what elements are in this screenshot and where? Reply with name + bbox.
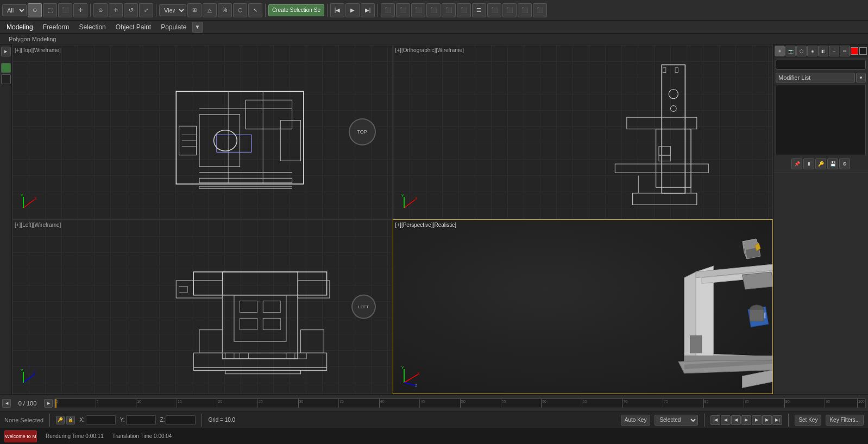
modifier-stack[interactable] [776,85,866,155]
pb-next-key-btn[interactable]: ▶ [762,415,772,425]
svg-rect-26 [632,193,696,205]
svg-text:Z: Z [33,371,36,375]
active-shade-btn[interactable]: ⬛ [426,3,441,17]
color-swatch-1[interactable] [1,63,11,73]
axis-indicator-top: X Y [18,194,37,213]
selected-dropdown[interactable]: Selected [655,415,698,426]
rendered-frame-btn[interactable]: ⬛ [411,3,425,17]
angle-snap[interactable]: △ [203,3,217,17]
mod-config-btn[interactable]: ⚙ [839,158,850,169]
object-name-input[interactable] [776,60,865,69]
menu-object-paint[interactable]: Object Paint [111,22,155,32]
region-select-btn[interactable]: ⬚ [43,3,57,17]
cube-gizmo[interactable] [734,233,764,264]
percent-snap[interactable]: % [218,3,232,17]
color-red[interactable] [851,47,858,55]
menu-extra-btn[interactable]: ▼ [192,22,203,33]
region-type-btn[interactable]: ⬛ [58,3,72,17]
render-frame-btn[interactable]: ⬛ [396,3,410,17]
lock-icon[interactable]: 🔒 [66,416,75,424]
y-input[interactable] [126,415,156,425]
z-input[interactable] [166,415,196,425]
keyframe-bar[interactable]: 0 5 10 15 20 25 30 35 40 45 50 55 60 65 … [54,398,866,408]
spinner-snap[interactable]: ⬡ [233,3,247,17]
tick-95: 95 [825,399,830,408]
rotate-tool[interactable]: ↺ [124,3,138,17]
welcome-text: Welcome to M [5,434,36,439]
render-setup-btn[interactable]: ⬛ [381,3,395,17]
rp-tab-mat[interactable]: ◧ [818,46,828,56]
svg-rect-44 [240,301,257,312]
color-clip-btn[interactable]: ⬛ [502,3,517,17]
ram-player-btn[interactable]: ⬛ [518,3,532,17]
svg-rect-32 [663,68,665,73]
menu-selection[interactable]: Selection [74,22,110,32]
transform-btn[interactable]: ✛ [73,3,87,17]
pb-prev-key-btn[interactable]: ◀ [721,415,731,425]
max-tools-btn[interactable]: ⬛ [533,3,547,17]
set-key-btn[interactable]: Set Key [795,415,821,426]
schematic-btn[interactable]: ⬛ [487,3,501,17]
create-selection-btn[interactable]: Create Selection Se [268,4,324,16]
rp-tab-pen[interactable]: ✏ [840,46,850,56]
viewport-perspective[interactable]: [+][Perspective][Realistic] [393,219,773,394]
select-tool[interactable]: ⊙ [93,3,108,17]
modifier-dropdown-btn[interactable]: ▼ [856,73,866,83]
rp-tab-light[interactable]: ◈ [807,46,817,56]
viewport-ortho[interactable]: [+][Orthographic][Wireframe] [393,45,773,219]
ts-next-btn[interactable]: ▶ [44,399,53,408]
key-filters-btn[interactable]: Key Filters... [826,415,864,426]
filter-dropdown[interactable]: All [2,4,27,16]
svg-point-30 [670,106,676,112]
x-input[interactable] [86,415,116,425]
material-editor-btn[interactable]: ⬛ [442,3,456,17]
left-ctrl-1[interactable]: ▶ [1,47,11,56]
rp-tab-geo[interactable]: ⬡ [796,46,807,56]
mod-pin-btn[interactable]: 📌 [791,158,802,169]
tick-100: 100 [857,399,865,408]
pb-prev-btn[interactable]: ◀ [731,415,741,425]
color-swatch-2[interactable] [1,74,11,84]
cursor-select[interactable]: ↖ [248,3,262,17]
svg-rect-48 [199,330,223,353]
pb-play-btn[interactable]: ▶ [741,415,751,425]
color-black[interactable] [859,47,867,55]
layer-manager-btn[interactable]: ☰ [472,3,486,17]
mod-key-btn[interactable]: 🔑 [815,158,826,169]
menu-freeform[interactable]: Freeform [39,22,74,32]
viewport-left[interactable]: [+][Left][Wireframe] LEFT [12,219,393,394]
right-panel: ☀ 📷 ⬡ ◈ ◧ ~ ✏ Modifier List ▼ [773,45,868,394]
move-tool[interactable]: ✛ [109,3,123,17]
menu-modeling[interactable]: Modeling [2,22,37,32]
mod-save-btn[interactable]: 💾 [827,158,838,169]
ts-prev-btn[interactable]: ◀ [2,399,11,408]
auto-key-btn[interactable]: Auto Key [621,415,651,426]
play-anim-btn[interactable]: ▶ [345,3,360,17]
frame-counter: 0 / 100 [12,400,42,407]
mod-pause-btn[interactable]: ⏸ [803,158,814,169]
viewport-top[interactable]: [+][Top][Wireframe] TOP [12,45,393,219]
scene-explorer-btn[interactable]: ⬛ [457,3,471,17]
svg-text:Y: Y [21,369,23,372]
snap-toggle[interactable]: ⊞ [187,3,202,17]
viewport-area: [+][Top][Wireframe] TOP [12,45,773,394]
select-mode-btn[interactable]: ⊙ [28,3,42,17]
rp-tab-camera[interactable]: 📷 [785,46,796,56]
scale-tool[interactable]: ⤢ [139,3,153,17]
rp-tab-curve[interactable]: ~ [829,46,839,56]
time-slider-area: ◀ 0 / 100 ▶ 0 5 10 15 20 25 30 35 40 45 … [0,394,868,411]
pb-next-btn[interactable]: ▶ [752,415,762,425]
pb-first-btn[interactable]: |◀ [710,415,720,425]
svg-point-10 [214,130,237,151]
welcome-box: Welcome to M [4,430,37,442]
svg-rect-54 [225,353,234,359]
rp-tab-sun[interactable]: ☀ [775,46,785,56]
key-icon[interactable]: 🔑 [56,416,65,424]
prev-frame-btn[interactable]: |◀ [330,3,344,17]
next-frame-btn[interactable]: ▶| [361,3,375,17]
translation-time-text: Translation Time 0:00:04 [112,433,172,439]
view-dropdown[interactable]: View [159,4,186,16]
menu-populate[interactable]: Populate [156,22,191,32]
pb-last-btn[interactable]: ▶| [772,415,782,425]
tick-5: 5 [96,399,99,408]
